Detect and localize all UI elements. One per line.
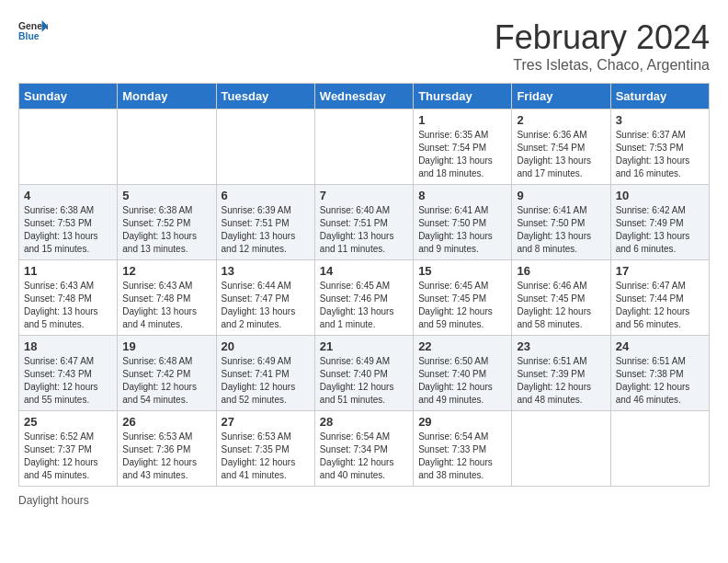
day-info: Sunrise: 6:49 AM Sunset: 7:41 PM Dayligh… xyxy=(222,355,310,407)
day-number: 10 xyxy=(616,189,704,202)
day-info: Sunrise: 6:35 AM Sunset: 7:54 PM Dayligh… xyxy=(418,129,506,180)
calendar-cell: 19Sunrise: 6:48 AM Sunset: 7:42 PM Dayli… xyxy=(118,336,216,411)
calendar-cell xyxy=(19,109,118,185)
calendar-cell xyxy=(216,109,314,185)
calendar-cell: 13Sunrise: 6:44 AM Sunset: 7:47 PM Dayli… xyxy=(216,260,314,336)
day-info: Sunrise: 6:51 AM Sunset: 7:39 PM Dayligh… xyxy=(517,355,605,407)
day-number: 25 xyxy=(24,415,112,429)
day-number: 5 xyxy=(122,189,210,202)
calendar-cell: 6Sunrise: 6:39 AM Sunset: 7:51 PM Daylig… xyxy=(216,185,314,260)
calendar-cell: 21Sunrise: 6:49 AM Sunset: 7:40 PM Dayli… xyxy=(314,336,413,411)
day-number: 15 xyxy=(418,264,506,278)
day-number: 12 xyxy=(122,264,210,278)
calendar-cell: 2Sunrise: 6:36 AM Sunset: 7:54 PM Daylig… xyxy=(512,109,610,185)
calendar-week-row: 1Sunrise: 6:35 AM Sunset: 7:54 PM Daylig… xyxy=(19,109,710,185)
calendar-cell: 25Sunrise: 6:52 AM Sunset: 7:37 PM Dayli… xyxy=(19,411,118,487)
weekday-header-saturday: Saturday xyxy=(610,84,709,109)
calendar-cell xyxy=(512,411,610,487)
day-info: Sunrise: 6:39 AM Sunset: 7:51 PM Dayligh… xyxy=(222,204,310,256)
calendar-cell: 1Sunrise: 6:35 AM Sunset: 7:54 PM Daylig… xyxy=(414,109,512,185)
day-number: 19 xyxy=(122,339,210,353)
weekday-header-tuesday: Tuesday xyxy=(216,84,314,109)
calendar-table: SundayMondayTuesdayWednesdayThursdayFrid… xyxy=(18,83,710,487)
calendar-week-row: 11Sunrise: 6:43 AM Sunset: 7:48 PM Dayli… xyxy=(19,260,710,336)
day-number: 14 xyxy=(320,264,408,278)
day-number: 22 xyxy=(418,339,506,353)
logo: General Blue xyxy=(18,18,48,44)
day-info: Sunrise: 6:45 AM Sunset: 7:46 PM Dayligh… xyxy=(320,280,408,331)
calendar-cell: 24Sunrise: 6:51 AM Sunset: 7:38 PM Dayli… xyxy=(610,336,709,411)
day-number: 26 xyxy=(122,415,210,429)
day-number: 21 xyxy=(320,339,408,353)
day-number: 28 xyxy=(320,415,408,429)
calendar-week-row: 25Sunrise: 6:52 AM Sunset: 7:37 PM Dayli… xyxy=(19,411,710,487)
location-subtitle: Tres Isletas, Chaco, Argentina xyxy=(495,57,710,74)
day-info: Sunrise: 6:49 AM Sunset: 7:40 PM Dayligh… xyxy=(320,355,408,407)
day-info: Sunrise: 6:54 AM Sunset: 7:33 PM Dayligh… xyxy=(418,431,506,482)
day-number: 23 xyxy=(517,339,605,353)
weekday-header-row: SundayMondayTuesdayWednesdayThursdayFrid… xyxy=(19,84,710,109)
calendar-cell: 23Sunrise: 6:51 AM Sunset: 7:39 PM Dayli… xyxy=(512,336,610,411)
calendar-cell: 12Sunrise: 6:43 AM Sunset: 7:48 PM Dayli… xyxy=(118,260,216,336)
day-number: 9 xyxy=(517,189,605,202)
calendar-cell: 16Sunrise: 6:46 AM Sunset: 7:45 PM Dayli… xyxy=(512,260,610,336)
month-year-title: February 2024 xyxy=(495,18,710,57)
day-number: 20 xyxy=(222,339,310,353)
day-number: 4 xyxy=(24,189,112,202)
calendar-cell xyxy=(118,109,216,185)
day-info: Sunrise: 6:47 AM Sunset: 7:43 PM Dayligh… xyxy=(24,355,112,407)
weekday-header-thursday: Thursday xyxy=(414,84,512,109)
day-info: Sunrise: 6:38 AM Sunset: 7:52 PM Dayligh… xyxy=(122,204,210,256)
day-info: Sunrise: 6:38 AM Sunset: 7:53 PM Dayligh… xyxy=(24,204,112,256)
day-number: 1 xyxy=(418,113,506,127)
day-info: Sunrise: 6:48 AM Sunset: 7:42 PM Dayligh… xyxy=(122,355,210,407)
calendar-cell: 4Sunrise: 6:38 AM Sunset: 7:53 PM Daylig… xyxy=(19,185,118,260)
day-info: Sunrise: 6:41 AM Sunset: 7:50 PM Dayligh… xyxy=(418,204,506,256)
day-info: Sunrise: 6:40 AM Sunset: 7:51 PM Dayligh… xyxy=(320,204,408,256)
calendar-cell xyxy=(610,411,709,487)
day-info: Sunrise: 6:51 AM Sunset: 7:38 PM Dayligh… xyxy=(616,355,704,407)
calendar-cell: 5Sunrise: 6:38 AM Sunset: 7:52 PM Daylig… xyxy=(118,185,216,260)
day-number: 29 xyxy=(418,415,506,429)
day-number: 13 xyxy=(222,264,310,278)
calendar-cell: 3Sunrise: 6:37 AM Sunset: 7:53 PM Daylig… xyxy=(610,109,709,185)
weekday-header-sunday: Sunday xyxy=(19,84,118,109)
calendar-cell: 17Sunrise: 6:47 AM Sunset: 7:44 PM Dayli… xyxy=(610,260,709,336)
day-info: Sunrise: 6:52 AM Sunset: 7:37 PM Dayligh… xyxy=(24,431,112,482)
calendar-week-row: 18Sunrise: 6:47 AM Sunset: 7:43 PM Dayli… xyxy=(19,336,710,411)
svg-text:Blue: Blue xyxy=(18,31,40,41)
day-info: Sunrise: 6:53 AM Sunset: 7:35 PM Dayligh… xyxy=(222,431,310,482)
day-number: 24 xyxy=(616,339,704,353)
day-number: 2 xyxy=(517,113,605,127)
calendar-cell: 11Sunrise: 6:43 AM Sunset: 7:48 PM Dayli… xyxy=(19,260,118,336)
day-info: Sunrise: 6:43 AM Sunset: 7:48 PM Dayligh… xyxy=(122,280,210,331)
day-info: Sunrise: 6:50 AM Sunset: 7:40 PM Dayligh… xyxy=(418,355,506,407)
day-info: Sunrise: 6:41 AM Sunset: 7:50 PM Dayligh… xyxy=(517,204,605,256)
calendar-cell: 14Sunrise: 6:45 AM Sunset: 7:46 PM Dayli… xyxy=(314,260,413,336)
day-number: 18 xyxy=(24,339,112,353)
day-number: 16 xyxy=(517,264,605,278)
day-info: Sunrise: 6:54 AM Sunset: 7:34 PM Dayligh… xyxy=(320,431,408,482)
calendar-cell: 15Sunrise: 6:45 AM Sunset: 7:45 PM Dayli… xyxy=(414,260,512,336)
day-info: Sunrise: 6:46 AM Sunset: 7:45 PM Dayligh… xyxy=(517,280,605,331)
calendar-cell: 26Sunrise: 6:53 AM Sunset: 7:36 PM Dayli… xyxy=(118,411,216,487)
calendar-cell: 27Sunrise: 6:53 AM Sunset: 7:35 PM Dayli… xyxy=(216,411,314,487)
day-info: Sunrise: 6:44 AM Sunset: 7:47 PM Dayligh… xyxy=(222,280,310,331)
day-number: 11 xyxy=(24,264,112,278)
day-number: 8 xyxy=(418,189,506,202)
calendar-week-row: 4Sunrise: 6:38 AM Sunset: 7:53 PM Daylig… xyxy=(19,185,710,260)
day-info: Sunrise: 6:36 AM Sunset: 7:54 PM Dayligh… xyxy=(517,129,605,180)
weekday-header-wednesday: Wednesday xyxy=(314,84,413,109)
day-number: 27 xyxy=(222,415,310,429)
day-info: Sunrise: 6:47 AM Sunset: 7:44 PM Dayligh… xyxy=(616,280,704,331)
calendar-cell: 8Sunrise: 6:41 AM Sunset: 7:50 PM Daylig… xyxy=(414,185,512,260)
calendar-cell: 29Sunrise: 6:54 AM Sunset: 7:33 PM Dayli… xyxy=(414,411,512,487)
day-info: Sunrise: 6:37 AM Sunset: 7:53 PM Dayligh… xyxy=(616,129,704,180)
day-info: Sunrise: 6:53 AM Sunset: 7:36 PM Dayligh… xyxy=(122,431,210,482)
calendar-cell: 10Sunrise: 6:42 AM Sunset: 7:49 PM Dayli… xyxy=(610,185,709,260)
footer-note: Daylight hours xyxy=(18,494,710,507)
calendar-cell xyxy=(314,109,413,185)
page-header: General Blue February 2024 Tres Isletas,… xyxy=(18,18,710,74)
weekday-header-friday: Friday xyxy=(512,84,610,109)
calendar-cell: 7Sunrise: 6:40 AM Sunset: 7:51 PM Daylig… xyxy=(314,185,413,260)
